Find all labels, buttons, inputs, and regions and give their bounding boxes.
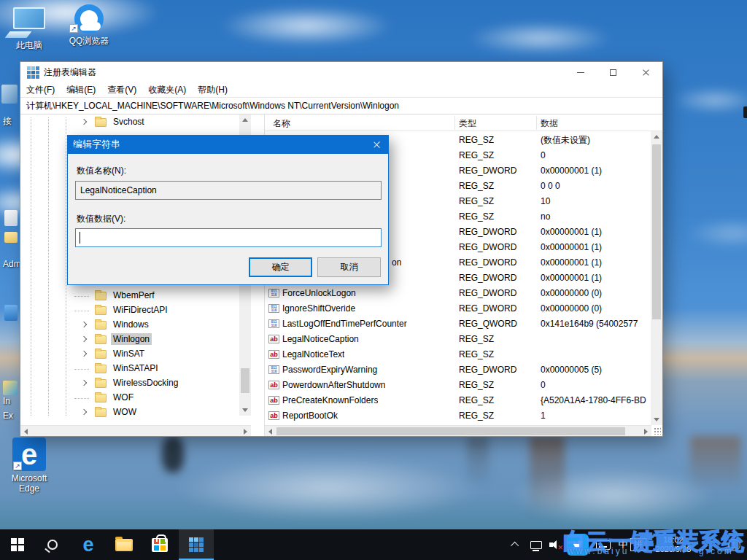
tree-item-label[interactable]: WOW [111,406,139,418]
menu-item[interactable]: 编辑(E) [61,82,101,98]
column-header-name[interactable]: 名称 [273,117,290,130]
tree-item[interactable]: WiFiDirectAPI [20,303,263,318]
scrollbar-thumb[interactable] [276,427,625,435]
expand-chevron-icon[interactable] [81,351,87,357]
tree-item-label[interactable]: WiFiDirectAPI [111,304,170,316]
scroll-right-icon[interactable] [644,429,648,435]
folder-icon [95,365,107,373]
search-icon [47,540,58,550]
string-value-icon: ab [268,350,279,359]
menubar: 文件(F)编辑(E)查看(V)收藏夹(A)帮助(H) [20,82,662,97]
expand-chevron-icon[interactable] [81,119,87,125]
start-button[interactable] [0,529,35,560]
scroll-left-icon[interactable] [268,429,272,435]
list-vertical-scrollbar[interactable] [651,131,662,425]
column-divider[interactable] [454,116,455,130]
scroll-down-icon[interactable] [654,418,659,421]
registry-value-row[interactable]: abReportBootOkREG_SZ1 [265,408,662,424]
expand-chevron-icon[interactable] [81,380,87,386]
tree-item[interactable]: Winlogon [20,332,263,347]
expand-chevron-icon[interactable] [81,322,87,327]
menu-item[interactable]: 帮助(H) [192,82,233,98]
value-data-input[interactable] [75,228,382,247]
list-horizontal-scrollbar[interactable] [265,425,651,436]
registry-value-row[interactable]: abLegalNoticeCaptionREG_SZ [265,332,662,347]
cloud [467,22,613,55]
value-type: REG_SZ [459,179,494,194]
registry-value-row[interactable]: 011110PasswordExpiryWarningREG_DWORD0x00… [265,362,662,378]
tree-item[interactable]: WirelessDocking [20,376,263,391]
registry-value-row[interactable]: 011110LastLogOffEndTimePerfCounterREG_QW… [265,316,662,332]
column-divider[interactable] [536,116,537,130]
tree-item-label[interactable]: WbemPerf [111,289,157,301]
scroll-right-icon[interactable] [244,429,247,435]
tree-item[interactable]: WbemPerf [20,289,263,303]
column-header-data[interactable]: 数据 [541,117,558,130]
taskbar-store[interactable] [142,529,177,560]
tray-show-hidden-icons[interactable] [506,529,525,560]
tree-item[interactable]: WOW [20,405,263,420]
tray-ime-pinyin[interactable]: 拼 [630,538,646,551]
registry-value-row[interactable]: abPowerdownAfterShutdownREG_SZ0 [265,378,662,393]
taskbar-regedit-active[interactable] [179,529,214,560]
tree-item-label[interactable]: WinSATAPI [111,362,160,374]
desktop-icon-qq-browser[interactable]: ↗ QQ浏览器 [61,3,117,46]
column-header-type[interactable]: 类型 [459,117,476,130]
value-data: 0 [541,148,651,163]
tray-notification[interactable]: 1 [724,529,744,560]
tree-item[interactable]: WinSAT [20,347,263,362]
tray-touch-keyboard[interactable] [592,529,614,560]
menu-item[interactable]: 查看(V) [101,82,142,98]
registry-value-row[interactable]: 011110ForceUnlockLogonREG_DWORD0x0000000… [265,286,662,301]
tray-clock[interactable]: 18:02 2020/9/28 [648,529,699,560]
tray-twitter[interactable] [565,529,590,560]
tree-item-label[interactable]: Windows [111,319,151,330]
window-titlebar[interactable]: 注册表编辑器 [20,62,662,82]
tree-item-label[interactable]: WirelessDocking [111,377,180,389]
tree-item-label[interactable]: WOF [111,392,136,403]
cancel-button[interactable]: 取消 [317,257,381,277]
tree-item[interactable]: Windows [20,318,263,332]
tree-item-label[interactable]: Winlogon [111,333,152,345]
menu-item[interactable]: 文件(F) [20,82,61,98]
dialog-close-button[interactable] [364,135,389,154]
partial-desktop-icon-label: 接 [3,115,12,128]
tree-horizontal-scrollbar[interactable] [20,425,251,436]
tray-ime-mode[interactable]: 中 [616,529,630,560]
tree-item-label[interactable]: Svchost [111,116,147,128]
string-value-icon: ab [268,335,279,343]
maximize-button[interactable] [597,62,630,82]
desktop-icon-this-pc[interactable]: 此电脑 [6,4,53,50]
tray-volume[interactable]: ✕ [546,529,563,560]
scrollbar-thumb[interactable] [241,368,249,393]
desktop-icon-edge[interactable]: e ↗ Microsoft Edge [3,438,55,494]
tray-network[interactable] [527,529,546,560]
resize-grip[interactable] [654,427,661,435]
minimize-button[interactable] [564,62,597,82]
edge-icon: e [82,535,93,555]
taskbar-file-explorer[interactable] [107,529,142,560]
registry-value-row[interactable]: 011110IgnoreShiftOverideREG_DWORD0x00000… [265,301,662,316]
address-bar[interactable]: 计算机\HKEY_LOCAL_MACHINE\SOFTWARE\Microsof… [20,97,662,114]
scroll-up-icon[interactable] [654,135,659,139]
dialog-titlebar[interactable]: 编辑字符串 [67,135,389,154]
tree-item[interactable]: WOF [20,391,263,405]
tree-item[interactable]: Svchost [20,115,263,130]
scroll-up-icon[interactable] [242,118,248,122]
registry-value-row[interactable]: abLegalNoticeTextREG_SZ [265,347,662,362]
menu-item[interactable]: 收藏夹(A) [142,82,192,98]
tree-item[interactable]: WinSATAPI [20,362,263,376]
close-icon [642,69,650,77]
search-button[interactable] [35,529,70,560]
expand-chevron-icon[interactable] [81,409,87,415]
tree-item-label[interactable]: WinSAT [111,348,147,359]
scrollbar-thumb[interactable] [652,144,661,319]
scroll-down-icon[interactable] [242,408,248,412]
ok-button[interactable]: 确定 [249,257,312,277]
registry-value-row[interactable]: abPreCreateKnownFoldersREG_SZ{A520A1A4-1… [265,393,662,408]
close-button[interactable] [630,62,662,82]
expand-chevron-icon[interactable] [81,336,87,342]
folder-icon [95,350,107,359]
scroll-left-icon[interactable] [24,429,28,435]
taskbar-edge[interactable]: e [71,529,106,560]
